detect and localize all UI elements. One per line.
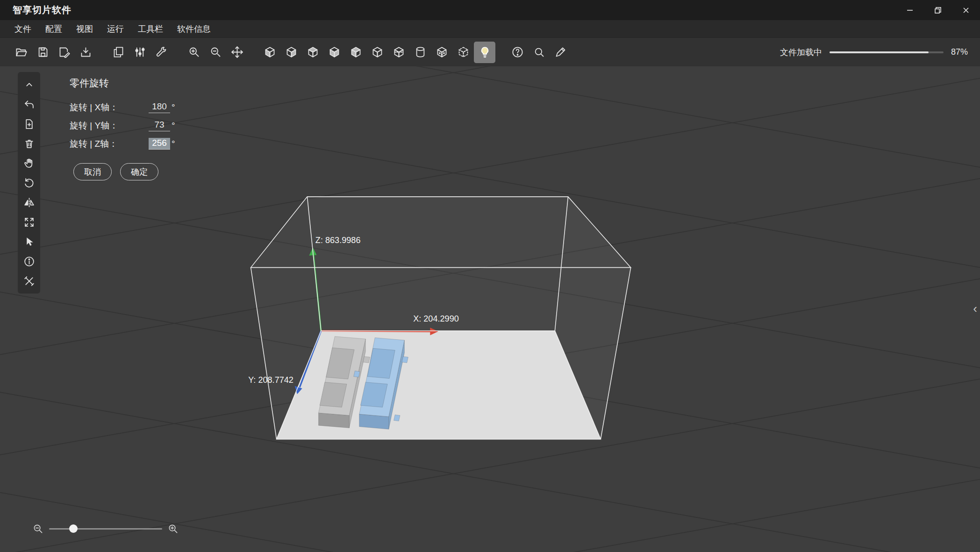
- rotate-y-input[interactable]: 73: [149, 120, 170, 131]
- rotation-panel-title: 零件旋转: [70, 77, 177, 90]
- pen-icon: [554, 46, 567, 58]
- chevron-up-icon: [23, 79, 35, 91]
- rotate-z-label: 旋转 | Z轴：: [70, 138, 118, 150]
- add-model-button[interactable]: [19, 114, 39, 134]
- save-button[interactable]: [32, 42, 53, 63]
- open-file-button[interactable]: [10, 42, 32, 63]
- rotate-z-input[interactable]: 256: [149, 138, 170, 150]
- wrench-icon: [155, 46, 168, 58]
- mirror-button[interactable]: [19, 193, 39, 212]
- view-cube-iso-button[interactable]: [366, 42, 388, 63]
- machine-tools-button[interactable]: [150, 42, 172, 63]
- cursor-icon: [23, 236, 35, 248]
- menu-run[interactable]: 运行: [100, 23, 131, 35]
- menu-config[interactable]: 配置: [38, 23, 69, 35]
- view-lattice-button[interactable]: [431, 42, 452, 63]
- zoom-in-slider-button[interactable]: [168, 523, 179, 534]
- move-arrows-icon: [231, 46, 243, 58]
- repair-tools-button[interactable]: [19, 271, 39, 291]
- cube-left-face-icon: [264, 46, 276, 58]
- add-file-icon: [23, 118, 35, 130]
- zoom-in-button[interactable]: [183, 42, 205, 63]
- confirm-button[interactable]: 确定: [120, 163, 158, 180]
- menubar: 文件 配置 视图 运行 工具栏 软件信息: [0, 20, 980, 38]
- menu-toolbar[interactable]: 工具栏: [131, 23, 170, 35]
- light-toggle-button[interactable]: [474, 42, 495, 63]
- zoom-out-button[interactable]: [205, 42, 226, 63]
- help-button[interactable]: [507, 42, 528, 63]
- mirror-icon: [23, 197, 35, 208]
- rotation-panel: 零件旋转 旋转 | X轴： 180 ° 旋转 | Y轴： 73 ° 旋转 | Z…: [70, 77, 177, 180]
- right-panel-collapse-chevron[interactable]: ‹: [973, 302, 977, 315]
- progress-bar: [830, 51, 944, 53]
- zoom-slider-track[interactable]: [49, 528, 162, 530]
- menu-about[interactable]: 软件信息: [170, 23, 218, 35]
- adjust-params-button[interactable]: [129, 42, 150, 63]
- view-cube-left-button[interactable]: [259, 42, 280, 63]
- select-button[interactable]: [19, 232, 39, 251]
- pan-button[interactable]: [19, 153, 39, 173]
- expand-icon: [23, 216, 35, 228]
- cube-iso-icon: [371, 46, 384, 58]
- rotate-x-unit: °: [172, 102, 177, 113]
- viewport-3d[interactable]: X: 204.2990 Y: 208.7742 Z: 863.9986: [0, 66, 980, 552]
- fit-view-button[interactable]: [19, 212, 39, 232]
- zoom-out-slider-button[interactable]: [33, 523, 43, 534]
- window-controls: [896, 0, 980, 20]
- annotate-button[interactable]: [550, 42, 571, 63]
- model-info-button[interactable]: [19, 251, 39, 271]
- main-toolbar: 文件加载中 87%: [0, 38, 980, 66]
- titlebar: 智享切片软件: [0, 0, 980, 20]
- cube-right-face-icon: [285, 46, 298, 58]
- view-cylinder-button[interactable]: [409, 42, 431, 63]
- cube-back-face-icon: [328, 46, 341, 58]
- undo-arrow-icon: [23, 99, 35, 110]
- progress-fill: [830, 51, 929, 53]
- maximize-button[interactable]: [924, 0, 952, 20]
- menu-view[interactable]: 视图: [69, 23, 100, 35]
- view-cube-dashed-button[interactable]: [452, 42, 474, 63]
- open-folder-icon: [15, 46, 28, 58]
- minimize-icon: [906, 7, 914, 14]
- menu-file[interactable]: 文件: [7, 23, 38, 35]
- cancel-button[interactable]: 取消: [73, 163, 112, 180]
- sliders-icon: [134, 46, 146, 58]
- x-axis-label: X: 204.2990: [413, 314, 459, 323]
- progress-label: 文件加载中: [780, 47, 822, 58]
- rotate-x-label: 旋转 | X轴：: [70, 101, 118, 114]
- duplicate-button[interactable]: [107, 42, 129, 63]
- minimize-button[interactable]: [896, 0, 924, 20]
- restore-icon: [934, 7, 942, 14]
- move-button[interactable]: [226, 42, 248, 63]
- z-axis-label: Z: 863.9986: [315, 236, 361, 245]
- rotate-y-row: 旋转 | Y轴： 73 °: [70, 116, 177, 135]
- delete-model-button[interactable]: [19, 134, 39, 153]
- trash-icon: [23, 138, 35, 150]
- save-as-button[interactable]: [53, 42, 75, 63]
- search-button[interactable]: [528, 42, 550, 63]
- view-cube-right-button[interactable]: [280, 42, 302, 63]
- rotate-z-row: 旋转 | Z轴： 256 °: [70, 135, 177, 153]
- view-cube-front-button[interactable]: [302, 42, 323, 63]
- cylinder-icon: [414, 46, 427, 58]
- rotate-x-row: 旋转 | X轴： 180 °: [70, 98, 177, 116]
- view-cube-section-button[interactable]: [388, 42, 409, 63]
- info-icon: [23, 256, 35, 267]
- cube-dashed-icon: [457, 46, 470, 58]
- collapse-toolbar-button[interactable]: [19, 75, 39, 94]
- crossed-tools-icon: [23, 275, 35, 287]
- zoom-out-icon: [209, 46, 222, 58]
- view-cube-back-button[interactable]: [323, 42, 345, 63]
- zoom-out-icon: [33, 523, 43, 534]
- rotate-view-button[interactable]: [19, 173, 39, 193]
- side-toolbar: [18, 72, 40, 294]
- import-model-button[interactable]: [75, 42, 96, 63]
- rotate-x-input[interactable]: 180: [149, 101, 170, 113]
- hand-icon: [23, 158, 35, 169]
- undo-button[interactable]: [19, 94, 39, 114]
- close-button[interactable]: [952, 0, 980, 20]
- zoom-slider-handle[interactable]: [69, 524, 78, 533]
- lightbulb-icon: [479, 46, 491, 58]
- view-cube-top-button[interactable]: [345, 42, 366, 63]
- zoom-in-icon: [168, 523, 179, 534]
